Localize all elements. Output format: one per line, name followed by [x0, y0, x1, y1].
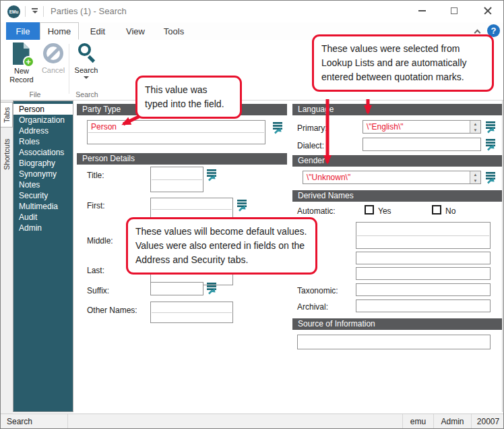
close-button[interactable]: [476, 2, 499, 20]
derived-name-field[interactable]: [356, 252, 491, 264]
callout-default-values: These values will become default values.…: [126, 217, 317, 275]
search-label: Search: [75, 66, 98, 75]
spinner-up-icon[interactable]: ▲: [470, 121, 480, 127]
status-cell-admin: Admin: [433, 414, 471, 429]
search-button[interactable]: Search: [71, 41, 102, 88]
sidebar-item-organization[interactable]: Organization: [13, 115, 73, 125]
gender-field[interactable]: \"Unknown\" ▲▼: [303, 171, 481, 184]
spinner-control[interactable]: ▲▼: [470, 171, 480, 183]
sidebar-item-synonymy[interactable]: Synonymy: [13, 169, 73, 179]
sidebar-item-biography[interactable]: Biography: [13, 158, 73, 169]
status-spacer: [68, 414, 402, 429]
automatic-no-checkbox[interactable]: [432, 205, 441, 214]
section-header-gender: Gender: [292, 155, 503, 167]
suffix-field[interactable]: [150, 282, 203, 295]
first-label: First:: [87, 201, 105, 210]
search-icon: [76, 42, 96, 64]
close-icon: [483, 6, 493, 16]
new-record-icon: +: [13, 42, 31, 65]
spinner-down-icon[interactable]: ▼: [470, 177, 480, 183]
status-cell-emu: emu: [402, 414, 433, 429]
title-label: Title:: [87, 171, 104, 180]
callout-typed-value: This value was typed into the field.: [135, 76, 242, 119]
dialect-field[interactable]: [363, 138, 481, 151]
sidebar-item-associations[interactable]: Associations: [13, 147, 73, 158]
title-field[interactable]: [150, 167, 203, 192]
sidebar-item-roles[interactable]: Roles: [13, 136, 73, 147]
lookup-list-icon[interactable]: [486, 138, 499, 151]
automatic-yes-checkbox[interactable]: [365, 205, 374, 214]
tab-view[interactable]: View: [117, 22, 154, 40]
dialect-label: Dialect:: [297, 141, 324, 150]
form-panel-border: [502, 101, 503, 412]
tab-file[interactable]: File: [6, 22, 40, 40]
derived-name-field[interactable]: [356, 222, 491, 249]
side-tab-strip: Tabs Shortcuts: [1, 101, 13, 413]
status-bar: Search emu Admin 20007: [1, 413, 504, 429]
middle-label: Middle:: [87, 236, 113, 246]
new-record-label: New Record: [6, 67, 37, 84]
primary-value: \"English\": [367, 122, 404, 132]
ribbon-group-divider: [69, 44, 69, 94]
tab-tools[interactable]: Tools: [154, 22, 193, 40]
tab-home[interactable]: Home: [40, 22, 79, 40]
minimize-button[interactable]: [410, 2, 433, 20]
status-cell-record: 20007: [471, 414, 504, 429]
emu-application-window: EMu Parties (1) - Search File Home Edit …: [0, 0, 504, 429]
search-dropdown-arrow-icon[interactable]: [84, 76, 89, 79]
automatic-label: Automatic:: [297, 206, 336, 216]
quick-access-dropdown-icon[interactable]: [31, 8, 38, 15]
title-bar: EMu Parties (1) - Search: [1, 1, 504, 22]
section-header-derived-names: Derived Names: [292, 190, 503, 202]
cancel-icon: [42, 42, 64, 64]
other-names-label: Other Names:: [87, 306, 137, 315]
section-header-source: Source of Information: [292, 318, 503, 330]
sidebar-item-address[interactable]: Address: [13, 125, 73, 136]
section-header-person-details: Person Details: [77, 153, 287, 165]
tab-edit[interactable]: Edit: [79, 22, 117, 40]
automatic-yes-label: Yes: [378, 206, 391, 216]
titlebar-divider: [25, 6, 26, 17]
archival-label: Archival:: [297, 302, 328, 312]
lookup-list-icon[interactable]: [486, 171, 499, 184]
party-type-field[interactable]: Person: [87, 120, 265, 144]
vertical-tab-tabs[interactable]: Tabs: [1, 102, 13, 127]
primary-label: Primary:: [297, 123, 327, 133]
window-title: Parties (1) - Search: [51, 6, 127, 16]
sidebar-item-person[interactable]: Person: [13, 104, 73, 115]
maximize-button[interactable]: [443, 2, 466, 20]
automatic-no-label: No: [445, 206, 455, 216]
lookup-list-icon[interactable]: [207, 169, 220, 181]
lookup-list-icon[interactable]: [207, 282, 220, 295]
sidebar-item-notes[interactable]: Notes: [13, 179, 73, 190]
cancel-label: Cancel: [42, 66, 65, 75]
source-field[interactable]: [297, 335, 491, 349]
spinner-up-icon[interactable]: ▲: [470, 171, 480, 177]
primary-field[interactable]: \"English\" ▲▼: [363, 120, 481, 134]
titlebar-divider: [43, 6, 44, 17]
spinner-down-icon[interactable]: ▼: [470, 127, 480, 133]
sidebar-item-security[interactable]: Security: [13, 190, 73, 201]
sidebar-item-admin[interactable]: Admin: [13, 223, 73, 233]
party-type-value: Person: [91, 122, 117, 132]
taxonomic-field[interactable]: [356, 283, 491, 296]
lookup-list-icon[interactable]: [237, 199, 250, 212]
status-mode: Search: [1, 414, 68, 429]
ribbon-group-file-label: File: [1, 90, 69, 98]
derived-name-field[interactable]: [356, 267, 491, 280]
sidebar-item-multimedia[interactable]: Multimedia: [13, 201, 73, 212]
archival-field[interactable]: [356, 299, 491, 312]
lookup-list-icon[interactable]: [273, 121, 286, 134]
gender-value: \"Unknown\": [307, 173, 350, 182]
taxonomic-label: Taxonomic:: [297, 286, 338, 295]
vertical-tab-shortcuts[interactable]: Shortcuts: [1, 132, 13, 177]
other-names-field[interactable]: [150, 302, 233, 323]
spinner-control[interactable]: ▲▼: [470, 121, 480, 133]
suffix-label: Suffix:: [87, 286, 109, 295]
cancel-button: Cancel: [38, 41, 68, 88]
lookup-list-icon[interactable]: [486, 121, 499, 134]
ribbon-group-search-label: Search: [69, 90, 104, 98]
section-header-language: Language: [292, 104, 503, 115]
sidebar-item-audit[interactable]: Audit: [13, 212, 73, 223]
new-record-button[interactable]: + New Record: [6, 41, 37, 88]
